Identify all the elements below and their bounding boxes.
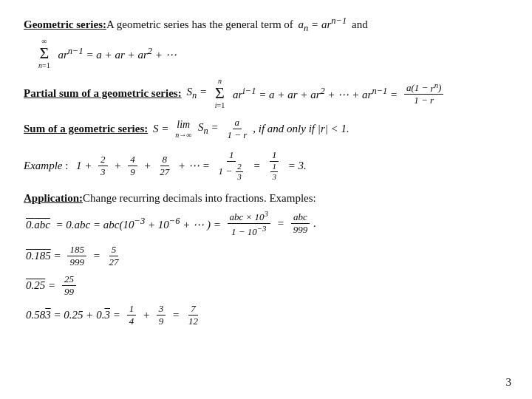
sum-title: Sum of a geometric series: bbox=[24, 123, 148, 135]
app-decimal2: 0.185 = bbox=[26, 250, 64, 262]
app-frac-4b: 3 9 bbox=[157, 303, 166, 327]
partial-sum-formula: Sn = bbox=[186, 86, 209, 101]
example-final: = 3. bbox=[285, 160, 307, 172]
application-formula-row3: 0.25 = 25 99 bbox=[24, 273, 508, 297]
application-header: Application: Change recurring decimals i… bbox=[24, 192, 508, 205]
sum-section: Sum of a geometric series: S = lim n→∞ S… bbox=[24, 117, 508, 140]
application-text: Change recurring decimals into fractions… bbox=[83, 192, 316, 205]
app-eq1: = bbox=[274, 217, 287, 230]
example-series: 1 + bbox=[76, 160, 95, 172]
sum-Sn: Sn = bbox=[195, 121, 221, 137]
and-text: and bbox=[352, 18, 368, 31]
geometric-series-section: Geometric series: A geometric series has… bbox=[24, 16, 508, 69]
example-frac3: 8 27 bbox=[157, 154, 171, 177]
app-frac-abc1: abc × 103 1 − 10−3 bbox=[228, 209, 270, 238]
example-dots: + ⋯ = bbox=[175, 159, 212, 172]
partial-sum-section: Partial sum of a geometric series: Sn = … bbox=[24, 77, 508, 109]
partial-sum-header: Partial sum of a geometric series: Sn = … bbox=[24, 77, 508, 109]
app-decimal4: 0.583 = 0.25 + 0.3 = bbox=[26, 309, 123, 321]
application-formula-row1: 0.abc = 0.abc = abc(10−3 + 10−6 + ⋯ ) = … bbox=[24, 209, 508, 238]
sum-condition: , if and only if |r| < 1. bbox=[253, 123, 349, 135]
partial-sum-fraction: a(1 − rn) 1 − r bbox=[404, 80, 443, 106]
example-plus3: + bbox=[141, 160, 154, 172]
app-frac-185b: 5 27 bbox=[107, 244, 121, 267]
application-section: Application: Change recurring decimals i… bbox=[24, 192, 508, 327]
app-dot1: . bbox=[313, 217, 316, 230]
sum-limit: lim n→∞ bbox=[175, 119, 191, 139]
formula-an: an = arn−1 bbox=[299, 16, 347, 34]
example-row: Example : 1 + 2 3 + 4 9 + 8 27 + ⋯ = 1 1 bbox=[24, 149, 508, 182]
application-formula-row2: 0.185 = 185 999 = 5 27 bbox=[24, 244, 508, 267]
example-result-frac: 1 1 − 23 bbox=[216, 149, 247, 182]
geometric-series-sum-row: ∞ Σ n=1 arn−1 = a + ar + ar2 + ⋯ bbox=[35, 37, 508, 69]
example-half-frac: 1 13 bbox=[267, 149, 282, 182]
geometric-series-title: Geometric series: bbox=[24, 18, 106, 31]
geometric-series-header: Geometric series: A geometric series has… bbox=[24, 16, 508, 34]
sum-header: Sum of a geometric series: S = lim n→∞ S… bbox=[24, 117, 508, 140]
partial-sum-sigma: n Σ i=1 bbox=[215, 77, 225, 109]
app-decimal1: 0.abc = 0.abc = abc(10−3 + 10−6 + ⋯ ) = bbox=[26, 216, 224, 231]
app-frac-4c: 7 12 bbox=[186, 303, 200, 327]
sum-fraction: a 1 − r bbox=[225, 117, 249, 140]
example-frac1: 2 3 bbox=[98, 154, 108, 177]
partial-sum-expansion: ari−1 = a + ar + ar2 + ⋯ + arn−1 = bbox=[230, 86, 400, 101]
application-formula-row4: 0.583 = 0.25 + 0.3 = 1 4 + 3 9 = 7 12 bbox=[24, 303, 508, 327]
example-plus2: + bbox=[112, 160, 125, 172]
app-eq2: = bbox=[90, 250, 103, 262]
app-frac-abc2: abc 999 bbox=[291, 211, 310, 235]
page-number: 3 bbox=[506, 376, 512, 389]
app-decimal3: 0.25 = bbox=[26, 279, 58, 292]
example-frac2: 4 9 bbox=[128, 154, 137, 177]
app-frac-185a: 185 999 bbox=[67, 244, 86, 267]
app-plus4: + bbox=[140, 309, 153, 321]
app-frac-4a: 1 4 bbox=[127, 303, 137, 327]
example-equals: = bbox=[250, 160, 264, 172]
app-frac-25a: 25 99 bbox=[62, 273, 76, 297]
application-title: Application: bbox=[24, 192, 83, 205]
app-eq4: = bbox=[169, 309, 183, 321]
example-label: Example : bbox=[24, 160, 68, 172]
example-section: Example : 1 + 2 3 + 4 9 + 8 27 + ⋯ = 1 1 bbox=[24, 149, 508, 182]
page: Geometric series: A geometric series has… bbox=[0, 0, 532, 399]
sum-S: S = bbox=[153, 123, 171, 135]
sum-sigma: ∞ Σ n=1 bbox=[38, 37, 50, 69]
geometric-series-intro: A geometric series has the general term … bbox=[106, 18, 293, 31]
series-expansion: arn−1 = a + ar + ar2 + ⋯ bbox=[55, 46, 177, 61]
partial-sum-title: Partial sum of a geometric series: bbox=[24, 87, 182, 100]
